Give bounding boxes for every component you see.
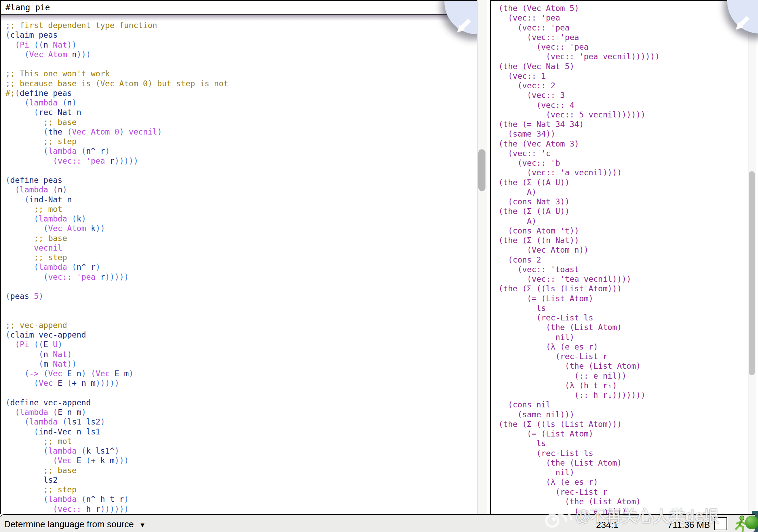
repl-line: (cons 2 <box>498 255 660 265</box>
repl-line: (vec:: 'b <box>498 158 660 168</box>
editor-scrollbar-thumb[interactable] <box>478 149 485 191</box>
lang-directive-line: #lang pie <box>5 3 50 12</box>
code-line: (lambda (n^ r) <box>5 262 228 272</box>
arrow-sw-icon <box>728 10 756 38</box>
repl-line: (λ (e es r) <box>498 477 660 487</box>
code-line: ;; step <box>5 137 228 146</box>
code-line: (Vec E (+ n m))))) <box>5 378 228 388</box>
repl-output: (the (Vec Atom 5) (vec:: 'pea (vec:: 'pe… <box>498 3 660 514</box>
code-line: ;; This one won't work <box>5 69 228 78</box>
language-selector-label: Determine language from source <box>4 519 134 530</box>
code-line: ;; vec-append <box>5 320 228 330</box>
repl-line: (cons nil <box>498 400 660 409</box>
code-line: ;; step <box>5 253 228 262</box>
repl-line: (cons Nat 3)) <box>498 197 660 206</box>
recycle-memory-button[interactable] <box>714 517 727 530</box>
memory-usage-indicator: 711.36 MB <box>668 520 710 530</box>
repl-line: A) <box>498 187 660 197</box>
code-line: (lambda (E n m) <box>5 407 228 417</box>
code-line: ;; base <box>5 117 228 127</box>
definitions-editor-pane[interactable]: #lang pie ;; first dependent type functi… <box>0 0 477 514</box>
code-line: #;(define peas <box>5 88 228 98</box>
code-line <box>5 311 228 320</box>
code-line: (n Nat) <box>5 350 228 359</box>
code-line: (lambda (k ls1^) <box>5 446 228 456</box>
code-line: (claim peas <box>5 30 228 40</box>
definitions-code: ;; first dependent type function(claim p… <box>5 21 228 514</box>
code-line: (lambda (n^ r) <box>5 146 228 156</box>
code-line: (lambda (n) <box>5 185 228 194</box>
status-ball-icon <box>745 516 758 529</box>
status-bar: Determine language from source ▼ 234:1 7… <box>0 514 755 532</box>
repl-line: (the (Σ ((A U)) <box>498 178 660 187</box>
repl-line: (rec-List r <box>498 352 660 361</box>
code-line: (vec:: 'pea r))))) <box>5 272 228 282</box>
interactions-repl-pane[interactable]: (the (Vec Atom 5) (vec:: 'pea (vec:: 'pe… <box>490 0 749 514</box>
repl-line: (the (Σ ((A U)) <box>498 206 660 216</box>
repl-line: (:: e nil)) <box>498 506 660 514</box>
repl-line: (vec:: 'pea <box>498 33 660 42</box>
code-line: ;; mot <box>5 436 228 446</box>
repl-line: (rec-List ls <box>498 313 660 322</box>
repl-line: (the (Vec Atom 3) <box>498 139 660 149</box>
code-line: ;; base <box>5 233 228 243</box>
repl-line: (the (Vec Nat 5) <box>498 62 660 71</box>
repl-line: (λ (e es r) <box>498 342 660 352</box>
code-line: (Vec Atom k)) <box>5 224 228 233</box>
code-line: (Pi ((n Nat)) <box>5 40 228 50</box>
repl-line: (vec:: 'tea vecnil)))) <box>498 274 660 284</box>
code-line: (vec:: 'pea r))))) <box>5 156 228 166</box>
repl-line: (λ (h t r₁) <box>498 381 660 390</box>
repl-line: (the (Vec Atom 5) <box>498 3 660 13</box>
repl-line: (vec:: 2 <box>498 81 660 90</box>
code-line <box>5 59 228 69</box>
code-line: ;; mot <box>5 204 228 214</box>
repl-line: (rec-List r <box>498 487 660 497</box>
repl-scrollbar-thumb[interactable] <box>749 171 755 375</box>
code-line <box>5 282 228 291</box>
repl-line: (vec:: 'pea <box>498 13 660 23</box>
code-line: (Vec Atom n))) <box>5 50 228 59</box>
code-line <box>5 301 228 311</box>
arrow-sw-icon <box>449 12 477 40</box>
code-line: ;; first dependent type function <box>5 21 228 30</box>
editor-scrollbar-track[interactable] <box>477 0 487 514</box>
repl-line: ls <box>498 439 660 448</box>
language-selector-button[interactable]: Determine language from source ▼ <box>4 519 146 530</box>
repl-line: (Vec Atom n)) <box>498 245 660 255</box>
repl-line: (cons Atom 't)) <box>498 226 660 236</box>
repl-line: (:: e nil)) <box>498 371 660 381</box>
code-line <box>5 388 228 398</box>
code-line <box>5 166 228 175</box>
code-line: (define peas <box>5 175 228 185</box>
repl-line: (the (List Atom) <box>498 497 660 506</box>
repl-line: (vec:: 4 <box>498 100 660 110</box>
repl-line: (rec-List ls <box>498 448 660 458</box>
repl-line: (= (List Atom) <box>498 429 660 439</box>
repl-line: (the (= Nat 34 34) <box>498 119 660 129</box>
scroll-jump-badge-left[interactable] <box>444 0 477 34</box>
code-line: (define vec-append <box>5 398 228 407</box>
repl-line: nil) <box>498 468 660 477</box>
repl-line: (the (Σ ((n Nat)) <box>498 236 660 245</box>
repl-line: A) <box>498 216 660 226</box>
repl-line: (the (List Atom) <box>498 361 660 371</box>
code-line: ;; step <box>5 485 228 494</box>
repl-line: (vec:: 'pea <box>498 23 660 33</box>
repl-line: (vec:: 3 <box>498 90 660 100</box>
repl-line: (vec:: 5 vecnil)))))) <box>498 110 660 119</box>
repl-line: (same 34)) <box>498 129 660 139</box>
scroll-jump-badge-right[interactable] <box>727 0 758 34</box>
repl-line: (vec:: 'c <box>498 149 660 158</box>
code-line: (Pi ((E U) <box>5 340 228 349</box>
code-line: (peas 5) <box>5 291 228 301</box>
code-line: (vec:: h r)))))) <box>5 504 228 514</box>
cursor-position-indicator: 234:1 <box>596 520 618 530</box>
code-line: (ind-Vec n ls1 <box>5 427 228 436</box>
repl-line: (:: h r₁))))))) <box>498 390 660 400</box>
lang-line-shadow <box>1 15 477 21</box>
code-line: ls2 <box>5 475 228 485</box>
code-line: (-> (Vec E n) (Vec E m) <box>5 369 228 378</box>
code-line: (lambda (k) <box>5 214 228 224</box>
code-line: (ind-Nat n <box>5 195 228 204</box>
